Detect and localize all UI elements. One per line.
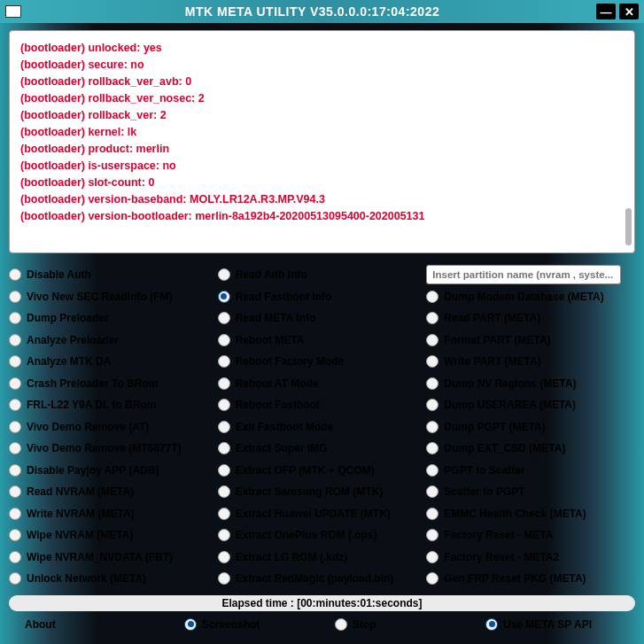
- radio-icon: [218, 485, 230, 498]
- about-label: About: [25, 618, 56, 631]
- scrollbar-thumb[interactable]: [625, 208, 632, 245]
- close-button[interactable]: ✕: [619, 4, 639, 19]
- option-c1-0[interactable]: Disable Auth: [9, 264, 218, 286]
- option-c1-8[interactable]: Vivo Demo Remove (MT6877T): [9, 438, 218, 460]
- option-c2-4[interactable]: Reboot Factory Mode: [218, 351, 427, 373]
- stop-radio[interactable]: Stop: [335, 618, 485, 631]
- option-c1-3[interactable]: Analyze Preloader: [9, 330, 218, 352]
- radio-icon: [9, 268, 21, 281]
- option-label: Extract OnePlus ROM (.ops): [236, 529, 377, 541]
- options-grid: Disable AuthRead Adb InfoVivo New SEC Re…: [9, 264, 635, 590]
- option-c3-11[interactable]: EMMC Health Check (META): [426, 503, 635, 525]
- screenshot-radio[interactable]: Screenshot: [184, 618, 335, 631]
- option-label: Gen FRP Reset PKG (META): [444, 572, 586, 585]
- option-c3-12[interactable]: Factory Reset - META: [426, 524, 635, 547]
- option-label: Reboot Factory Mode: [236, 355, 345, 368]
- option-c2-3[interactable]: Reboot META: [218, 330, 427, 352]
- option-label: Wipe NVRAM (META): [27, 529, 133, 541]
- radio-icon: [218, 421, 230, 433]
- option-c2-1[interactable]: Read Fastboot Info: [218, 286, 427, 308]
- option-label: Dump EXT_CSD (META): [444, 442, 565, 454]
- option-label: Write PART (META): [444, 355, 540, 368]
- option-c1-2[interactable]: Dump Preloader: [9, 307, 218, 330]
- option-c2-14[interactable]: Extract RedMagic (payload.bin): [218, 568, 427, 590]
- option-c3-8[interactable]: Dump EXT_CSD (META): [426, 438, 635, 460]
- option-c2-5[interactable]: Reboot AT Mode: [218, 373, 427, 395]
- option-c1-5[interactable]: Crash Preloader To BRom: [9, 373, 218, 395]
- option-c3-6[interactable]: Dump USERAREA (META): [426, 394, 635, 416]
- option-label: Extract Samsung ROM (MTK): [236, 485, 384, 498]
- option-c2-6[interactable]: Reboot Fastboot: [218, 394, 427, 416]
- option-c3-3[interactable]: Format PART (META): [426, 330, 635, 352]
- radio-icon: [218, 551, 230, 563]
- option-c2-10[interactable]: Extract Samsung ROM (MTK): [218, 481, 427, 503]
- option-c3-13[interactable]: Factory Reset - META2: [426, 547, 635, 569]
- option-c2-0[interactable]: Read Adb Info: [218, 264, 427, 286]
- option-c3-1[interactable]: Dump Modem Database (META): [426, 286, 635, 308]
- option-c1-4[interactable]: Analyze MTK DA: [9, 351, 218, 373]
- option-label: EMMC Health Check (META): [444, 508, 586, 520]
- radio-icon: [218, 334, 230, 346]
- option-c1-10[interactable]: Read NVRAM (META): [9, 481, 218, 503]
- option-c2-2[interactable]: Read META Info: [218, 307, 427, 330]
- radio-icon: [426, 464, 438, 477]
- option-label: Reboot Fastboot: [236, 399, 320, 411]
- radio-icon: [9, 377, 21, 390]
- log-line: (bootloader) version-bootloader: merlin-…: [20, 208, 624, 225]
- radio-icon: [9, 355, 21, 368]
- option-c1-6[interactable]: FRL-L22 Y9A DL to BRom: [9, 394, 218, 416]
- log-line: (bootloader) secure: no: [20, 57, 624, 74]
- radio-icon: [426, 508, 438, 520]
- option-c2-7[interactable]: Exit Fastboot Mode: [218, 416, 427, 438]
- radio-icon: [426, 399, 438, 411]
- option-c1-14[interactable]: Unlock Network (META): [9, 568, 218, 590]
- radio-icon: [485, 618, 498, 631]
- option-c1-13[interactable]: Wipe NVRAM_NVDATA (FBT): [9, 547, 218, 569]
- partition-name-input[interactable]: [426, 265, 621, 284]
- about-button[interactable]: About: [25, 618, 184, 631]
- option-c2-12[interactable]: Extract OnePlus ROM (.ops): [218, 524, 427, 547]
- radio-icon: [218, 355, 230, 368]
- log-line: (bootloader) unlocked: yes: [20, 40, 624, 57]
- radio-icon: [9, 485, 21, 498]
- radio-icon: [218, 572, 230, 585]
- radio-icon: [9, 334, 21, 346]
- option-label: Extract LG ROM (.kdz): [236, 551, 348, 563]
- option-c3-4[interactable]: Write PART (META): [426, 351, 635, 373]
- option-c2-9[interactable]: Extract OFP (MTK + QCOM): [218, 460, 427, 482]
- radio-icon: [9, 312, 21, 324]
- option-c2-13[interactable]: Extract LG ROM (.kdz): [218, 547, 427, 569]
- option-c3-9[interactable]: PGPT to Scatter: [426, 460, 635, 482]
- radio-icon: [9, 442, 21, 454]
- radio-icon: [426, 355, 438, 368]
- minimize-button[interactable]: —: [596, 4, 616, 19]
- option-c1-11[interactable]: Write NVRAM (META): [9, 503, 218, 525]
- radio-icon: [426, 485, 438, 498]
- option-c3-14[interactable]: Gen FRP Reset PKG (META): [426, 568, 635, 590]
- option-c3-10[interactable]: Scatter to PGPT: [426, 481, 635, 503]
- radio-icon: [9, 529, 21, 541]
- log-panel[interactable]: (bootloader) unlocked: yes(bootloader) s…: [9, 30, 635, 253]
- log-line: (bootloader) product: merlin: [20, 141, 624, 158]
- use-meta-radio[interactable]: Use META SP API: [485, 618, 592, 631]
- radio-icon: [218, 508, 230, 520]
- option-c2-8[interactable]: Extract Super IMG: [218, 438, 427, 460]
- option-label: Disable Auth: [27, 268, 91, 281]
- option-c2-11[interactable]: Extract Huawei UPDATE (MTK): [218, 503, 427, 525]
- option-c3-7[interactable]: Dump PGPT (META): [426, 416, 635, 438]
- titlebar: MTK META UTILITY V35.0.0.0:17:04:2022 — …: [0, 0, 644, 23]
- stop-label: Stop: [353, 618, 376, 631]
- option-c1-9[interactable]: Disable Payjoy APP (ADB): [9, 460, 218, 482]
- radio-icon: [9, 551, 21, 563]
- log-line: (bootloader) is-userspace: no: [20, 158, 624, 175]
- option-c3-2[interactable]: Read PART (META): [426, 307, 635, 330]
- option-c1-1[interactable]: Vivo New SEC ReadInfo (FM): [9, 286, 218, 308]
- content-area: (bootloader) unlocked: yes(bootloader) s…: [0, 23, 644, 644]
- option-label: Crash Preloader To BRom: [27, 377, 158, 390]
- radio-icon: [218, 312, 230, 324]
- option-c1-7[interactable]: Vivo Demo Remove (AT): [9, 416, 218, 438]
- radio-icon: [9, 464, 21, 477]
- option-c1-12[interactable]: Wipe NVRAM (META): [9, 524, 218, 547]
- option-c3-5[interactable]: Dump NV Regions (META): [426, 373, 635, 395]
- option-label: Analyze MTK DA: [27, 355, 111, 368]
